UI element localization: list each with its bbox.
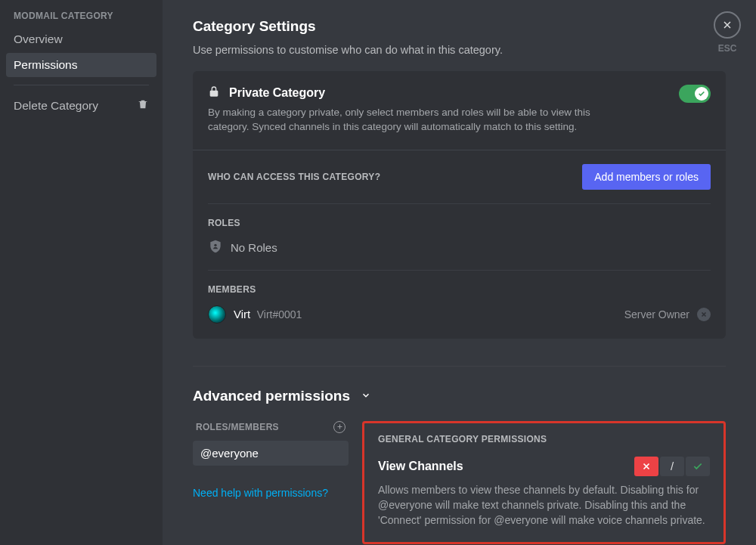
close-button[interactable]: ESC	[714, 11, 741, 54]
permission-group-label: GENERAL CATEGORY PERMISSIONS	[378, 434, 710, 444]
roles-empty-row: No Roles	[208, 228, 711, 256]
private-category-desc: By making a category private, only selec…	[208, 106, 631, 135]
roles-members-label: ROLES/MEMBERS	[196, 422, 279, 432]
svg-point-0	[214, 243, 216, 246]
close-esc-label: ESC	[714, 43, 741, 54]
member-row: Virt Virt#0001 Server Owner	[208, 295, 711, 324]
page-title: Category Settings	[193, 18, 726, 35]
avatar	[208, 305, 226, 324]
sidebar-item-label: Delete Category	[14, 99, 98, 113]
sidebar-category-header: MODMAIL CATEGORY	[6, 8, 156, 27]
roles-members-panel: ROLES/MEMBERS @everyone Need help with p…	[193, 421, 349, 544]
members-label: MEMBERS	[208, 271, 711, 295]
content-area: ESC Category Settings Use permissions to…	[163, 0, 756, 545]
sidebar-item-label: Permissions	[14, 58, 77, 72]
member-badge: Server Owner	[624, 308, 689, 320]
permissions-help-link[interactable]: Need help with permissions?	[193, 487, 349, 499]
sidebar-separator	[14, 85, 149, 85]
permission-description: Allows members to view these channels by…	[378, 482, 710, 528]
sidebar-item-overview[interactable]: Overview	[6, 27, 156, 51]
content-separator	[193, 366, 726, 367]
sidebar-item-delete-category[interactable]: Delete Category	[6, 93, 156, 119]
trash-icon	[137, 98, 149, 113]
advanced-permissions-title: Advanced permissions	[193, 388, 350, 404]
access-section-label: WHO CAN ACCESS THIS CATEGORY?	[208, 172, 380, 182]
sidebar-item-label: Overview	[14, 33, 63, 46]
permission-tristate: /	[634, 457, 710, 476]
role-item-everyone[interactable]: @everyone	[193, 441, 349, 466]
chevron-down-icon	[361, 388, 371, 404]
member-name: Virt	[234, 308, 250, 320]
close-icon	[714, 11, 741, 39]
permission-deny-button[interactable]	[634, 457, 658, 476]
private-category-card: Private Category By making a category pr…	[193, 71, 726, 339]
permission-allow-button[interactable]	[686, 457, 710, 476]
page-subtitle: Use permissions to customise who can do …	[193, 44, 726, 56]
shield-icon	[208, 239, 223, 256]
permission-highlight-box: GENERAL CATEGORY PERMISSIONS View Channe…	[362, 421, 726, 544]
permission-name: View Channels	[378, 460, 463, 473]
member-tag: Virt#0001	[257, 308, 302, 320]
toggle-knob-icon	[695, 87, 708, 101]
private-category-title: Private Category	[229, 86, 325, 100]
sidebar-item-permissions[interactable]: Permissions	[6, 53, 156, 77]
permission-neutral-button[interactable]: /	[660, 457, 684, 476]
advanced-permissions-toggle[interactable]: Advanced permissions	[193, 388, 726, 404]
roles-empty-text: No Roles	[231, 241, 277, 254]
roles-label: ROLES	[208, 204, 711, 228]
lock-icon	[208, 85, 220, 101]
settings-sidebar: MODMAIL CATEGORY Overview Permissions De…	[0, 0, 163, 545]
private-category-toggle[interactable]	[679, 85, 711, 103]
add-members-roles-button[interactable]: Add members or roles	[582, 164, 711, 190]
add-role-member-button[interactable]	[333, 421, 345, 433]
remove-member-button[interactable]	[697, 308, 711, 321]
